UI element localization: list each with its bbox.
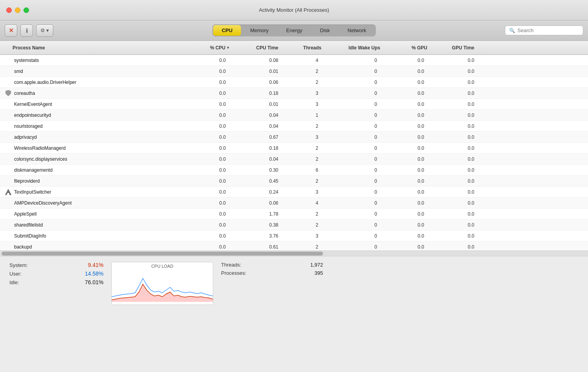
processes-label: Processes: <box>221 270 246 276</box>
toolbar: ✕ ℹ ⚙ ▾ CPU Memory Energy Disk Network 🔍 <box>0 20 588 41</box>
table-row[interactable]: coreautha 0.0 0.18 3 0 0.0 0.0 <box>0 88 588 99</box>
table-row[interactable]: nsurlstoraged 0.0 0.04 2 0 0.0 0.0 <box>0 121 588 132</box>
process-cpu: 0.0 <box>176 102 230 107</box>
process-idlewake: 0 <box>325 123 383 129</box>
process-idlewake: 0 <box>325 91 383 96</box>
process-threads: 6 <box>281 167 325 173</box>
col-header-cputime[interactable]: CPU Time <box>230 45 281 51</box>
col-header-gputime[interactable]: GPU Time <box>430 45 477 51</box>
table-row[interactable]: KernelEventAgent 0.0 0.01 3 0 0.0 0.0 <box>0 99 588 110</box>
process-name: WirelessRadioManagerd <box>3 145 176 152</box>
process-icon <box>5 134 12 141</box>
process-gputime: 0.0 <box>430 244 477 250</box>
table-row[interactable]: systemstats 0.0 0.08 4 0 0.0 0.0 <box>0 55 588 66</box>
action-button[interactable]: ⚙ ▾ <box>36 24 53 37</box>
cpu-stats: System: 9.41% User: 14.58% Idle: 76.01% <box>9 262 111 288</box>
tab-cpu[interactable]: CPU <box>213 25 241 36</box>
process-threads: 2 <box>281 178 325 184</box>
table-row[interactable]: AMPDeviceDiscoveryAgent 0.0 0.06 4 0 0.0… <box>0 198 588 209</box>
table-row[interactable]: sharedfilelistd 0.0 0.38 2 0 0.0 0.0 <box>0 220 588 230</box>
process-threads: 4 <box>281 200 325 206</box>
process-gpu: 0.0 <box>383 156 430 162</box>
table-row[interactable]: endpointsecurityd 0.0 0.04 1 0 0.0 0.0 <box>0 110 588 121</box>
process-threads: 3 <box>281 102 325 107</box>
table-row[interactable]: AppleSpell 0.0 1.78 2 0 0.0 0.0 <box>0 209 588 220</box>
process-gpu: 0.0 <box>383 167 430 173</box>
process-name: backupd <box>3 243 176 250</box>
process-gpu: 0.0 <box>383 134 430 140</box>
process-gpu: 0.0 <box>383 211 430 217</box>
table-row[interactable]: WirelessRadioManagerd 0.0 0.18 2 0 0.0 0… <box>0 143 588 154</box>
process-threads: 2 <box>281 211 325 217</box>
system-value: 9.41% <box>88 262 103 268</box>
process-cpu: 0.0 <box>176 58 230 63</box>
table-row[interactable]: com.apple.audio.DriverHelper 0.0 0.06 2 … <box>0 77 588 88</box>
process-gpu: 0.0 <box>383 102 430 107</box>
process-gputime: 0.0 <box>430 69 477 74</box>
minimize-button[interactable] <box>15 7 20 13</box>
search-input[interactable] <box>517 27 579 33</box>
stop-button[interactable]: ✕ <box>5 24 17 37</box>
traffic-lights <box>6 7 29 13</box>
process-gputime: 0.0 <box>430 200 477 206</box>
process-cputime: 0.18 <box>230 91 281 96</box>
table-row[interactable]: backupd 0.0 0.61 2 0 0.0 0.0 <box>0 241 588 251</box>
process-gputime: 0.0 <box>430 102 477 107</box>
process-gputime: 0.0 <box>430 145 477 151</box>
col-header-idlewake[interactable]: Idle Wake Ups <box>325 45 383 51</box>
process-threads: 2 <box>281 156 325 162</box>
maximize-button[interactable] <box>24 7 29 13</box>
process-table[interactable]: systemstats 0.0 0.08 4 0 0.0 0.0 smd 0.0… <box>0 55 588 251</box>
search-box[interactable]: 🔍 <box>505 25 583 35</box>
process-gpu: 0.0 <box>383 200 430 206</box>
process-gpu: 0.0 <box>383 244 430 250</box>
info-button[interactable]: ℹ <box>20 24 33 37</box>
right-stats: Threads: 1,972 Processes: 395 <box>213 262 323 278</box>
process-icon <box>5 145 12 152</box>
tab-group: CPU Memory Energy Disk Network <box>212 24 376 36</box>
process-cpu: 0.0 <box>176 123 230 129</box>
table-row[interactable]: diskmanagementd 0.0 0.30 6 0 0.0 0.0 <box>0 165 588 176</box>
process-gputime: 0.0 <box>430 80 477 85</box>
process-icon <box>5 221 12 229</box>
process-cpu: 0.0 <box>176 211 230 217</box>
col-header-gpu[interactable]: % GPU <box>383 45 430 51</box>
process-gputime: 0.0 <box>430 233 477 239</box>
stats-area: System: 9.41% User: 14.58% Idle: 76.01% … <box>0 256 588 310</box>
horizontal-scrollbar[interactable] <box>0 251 588 256</box>
col-header-process[interactable]: Process Name <box>3 45 176 51</box>
table-row[interactable]: colorsync.displayservices 0.0 0.04 2 0 0… <box>0 154 588 165</box>
table-row[interactable]: fileproviderd 0.0 0.45 2 0 0.0 0.0 <box>0 176 588 187</box>
process-icon <box>5 90 12 97</box>
process-gpu: 0.0 <box>383 189 430 195</box>
tab-disk[interactable]: Disk <box>311 25 338 36</box>
cpu-load-chart: CPU LOAD <box>111 262 213 305</box>
table-row[interactable]: smd 0.0 0.01 2 0 0.0 0.0 <box>0 66 588 77</box>
process-gputime: 0.0 <box>430 123 477 129</box>
process-gpu: 0.0 <box>383 178 430 184</box>
close-button[interactable] <box>6 7 12 13</box>
table-row[interactable]: adprivacyd 0.0 0.67 3 0 0.0 0.0 <box>0 132 588 143</box>
process-threads: 4 <box>281 58 325 63</box>
process-gputime: 0.0 <box>430 189 477 195</box>
col-header-cpu[interactable]: % CPU ▾ <box>176 45 230 51</box>
col-header-threads[interactable]: Threads <box>281 45 325 51</box>
sort-arrow-icon: ▾ <box>227 45 229 50</box>
tab-energy[interactable]: Energy <box>278 25 311 36</box>
scrollbar-thumb[interactable] <box>2 252 323 256</box>
table-row[interactable]: TextInputSwitcher 0.0 0.24 3 0 0.0 0.0 <box>0 187 588 198</box>
process-threads: 3 <box>281 134 325 140</box>
process-cpu: 0.0 <box>176 134 230 140</box>
process-name: endpointsecurityd <box>3 112 176 119</box>
process-idlewake: 0 <box>325 200 383 206</box>
tab-network[interactable]: Network <box>339 25 375 36</box>
process-cputime: 0.38 <box>230 222 281 228</box>
tab-memory[interactable]: Memory <box>241 25 277 36</box>
process-idlewake: 0 <box>325 113 383 118</box>
process-icon <box>5 210 12 218</box>
process-idlewake: 0 <box>325 178 383 184</box>
process-idlewake: 0 <box>325 244 383 250</box>
process-name: adprivacyd <box>3 134 176 141</box>
process-threads: 2 <box>281 69 325 74</box>
table-row[interactable]: SubmitDiagInfo 0.0 3.76 3 0 0.0 0.0 <box>0 230 588 241</box>
